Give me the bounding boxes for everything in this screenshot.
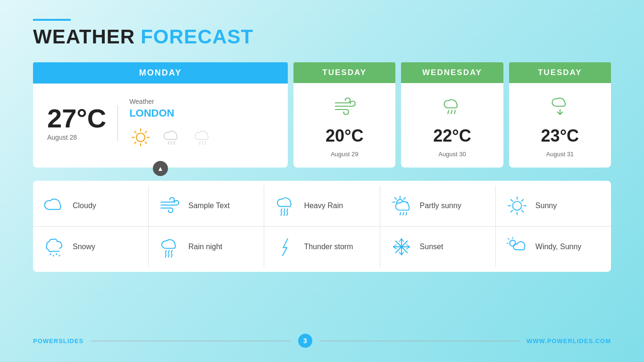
- svg-line-28: [281, 212, 282, 215]
- monday-card: 27°C August 28 Weather LONDON: [33, 84, 288, 168]
- legend-thunder: Thunder storm: [264, 227, 380, 267]
- header: WEATHER FORECAST: [33, 19, 611, 48]
- snowy-icon: [42, 235, 66, 259]
- svg-line-37: [400, 212, 401, 215]
- wednesday-temp: 22°C: [433, 126, 471, 146]
- svg-line-19: [452, 110, 452, 114]
- svg-point-50: [50, 253, 51, 255]
- svg-line-20: [455, 110, 456, 114]
- svg-line-7: [145, 131, 147, 133]
- svg-point-52: [56, 253, 57, 255]
- svg-line-45: [511, 200, 513, 202]
- svg-line-25: [281, 209, 282, 211]
- svg-line-47: [521, 200, 523, 202]
- svg-line-26: [284, 209, 285, 211]
- monday-temp-section: 27°C August 28: [47, 105, 118, 141]
- thursday-column: TUESDAY 23°C August 31: [509, 62, 611, 168]
- brand-blue: SLIDES: [59, 337, 84, 345]
- legend-sunny-label: Sunny: [535, 201, 557, 211]
- svg-point-51: [53, 255, 54, 256]
- legend-sunset-label: Sunset: [420, 242, 443, 252]
- cloud-rain-icon: [160, 126, 183, 149]
- wednesday-header: WEDNESDAY: [401, 62, 503, 83]
- sunny-icon: [505, 194, 529, 218]
- legend-partly-sunny-label: Partly sunny: [420, 201, 461, 211]
- footer: POWERSLIDES 3 WWW.POWERLIDES.COM: [33, 329, 611, 348]
- legend-row-1: Cloudy Sample Text: [33, 185, 611, 227]
- arrow-indicator: ▲: [153, 161, 168, 176]
- tuesday-header: TUESDAY: [293, 62, 395, 83]
- thursday-icon: [547, 93, 573, 121]
- monday-right-section: Weather LONDON: [129, 98, 214, 149]
- legend-rain-night-label: Rain night: [188, 242, 222, 252]
- svg-line-11: [174, 142, 175, 144]
- brand-black: POWER: [33, 337, 59, 345]
- svg-line-39: [406, 212, 407, 215]
- tuesday-column: TUESDAY 20°C Augus: [293, 62, 395, 168]
- svg-line-57: [166, 254, 167, 257]
- legend-cloudy-label: Cloudy: [73, 201, 96, 211]
- svg-line-12: [200, 142, 201, 144]
- other-days: TUESDAY 20°C Augus: [293, 62, 611, 168]
- heavy-rain-icon: [274, 194, 297, 218]
- svg-line-32: [395, 198, 396, 199]
- tuesday-card: 20°C August 29: [293, 83, 395, 168]
- website: WWW.POWERLIDES.COM: [527, 337, 611, 345]
- monday-header: MONDAY: [33, 62, 288, 84]
- svg-line-74: [508, 238, 509, 239]
- svg-line-5: [134, 131, 136, 133]
- svg-line-59: [171, 254, 172, 257]
- svg-line-29: [284, 212, 285, 215]
- svg-point-40: [512, 202, 521, 210]
- wednesday-date: August 30: [438, 151, 466, 158]
- monday-column: MONDAY 27°C August 28 Weather LONDON: [33, 62, 288, 168]
- thunder-icon: [274, 235, 297, 259]
- legend-cloudy: Cloudy: [33, 185, 149, 226]
- legend-snowy: Snowy: [33, 227, 149, 267]
- legend-sunny: Sunny: [496, 185, 611, 226]
- svg-line-14: [205, 142, 206, 144]
- legend-row-2: Snowy Rain night Thunder storm: [33, 227, 611, 267]
- legend-heavy-rain: Heavy Rain: [264, 185, 380, 226]
- legend-wind-label: Sample Text: [188, 201, 230, 211]
- svg-line-55: [168, 251, 169, 253]
- svg-line-48: [511, 210, 513, 212]
- title-weather: WEATHER: [33, 25, 135, 48]
- partly-sunny-icon: [390, 194, 413, 218]
- thursday-header: TUESDAY: [509, 62, 611, 83]
- svg-line-9: [168, 142, 169, 144]
- wind-icon: [158, 194, 182, 218]
- thursday-card: 23°C August 31: [509, 83, 611, 168]
- tuesday-temp: 20°C: [326, 126, 363, 146]
- svg-line-56: [171, 251, 172, 253]
- page-number: 3: [298, 334, 312, 348]
- svg-line-54: [166, 251, 167, 253]
- cloud-rain-icon-2: [192, 126, 214, 149]
- header-accent-line: [33, 19, 71, 21]
- svg-point-53: [59, 255, 60, 256]
- svg-line-58: [168, 254, 169, 257]
- footer-line-right: [320, 341, 519, 341]
- legend-partly-sunny: Partly sunny: [380, 185, 496, 226]
- svg-line-46: [521, 210, 523, 212]
- monday-date: August 28: [47, 134, 106, 141]
- monday-temperature: 27°C: [47, 105, 106, 132]
- svg-line-38: [403, 212, 404, 215]
- monday-weather-icons: [129, 126, 214, 149]
- legend-thunder-label: Thunder storm: [304, 242, 353, 252]
- page-title: WEATHER FORECAST: [33, 25, 611, 48]
- forecast-section: MONDAY 27°C August 28 Weather LONDON: [33, 62, 611, 168]
- title-forecast: FORECAST: [141, 25, 253, 48]
- svg-point-0: [136, 133, 145, 142]
- legend-sunset: Sunset: [380, 227, 496, 267]
- legend-windy-sunny-label: Windy, Sunny: [535, 242, 582, 252]
- svg-line-6: [145, 142, 147, 143]
- legend-windy-sunny: Windy, Sunny: [496, 227, 611, 267]
- legend-heavy-rain-label: Heavy Rain: [304, 201, 343, 211]
- svg-point-72: [510, 240, 516, 246]
- thursday-date: August 31: [546, 151, 574, 158]
- thursday-temp: 23°C: [541, 126, 579, 146]
- svg-line-13: [202, 142, 203, 144]
- windy-sunny-icon: [505, 235, 529, 259]
- tuesday-icon: [331, 93, 358, 121]
